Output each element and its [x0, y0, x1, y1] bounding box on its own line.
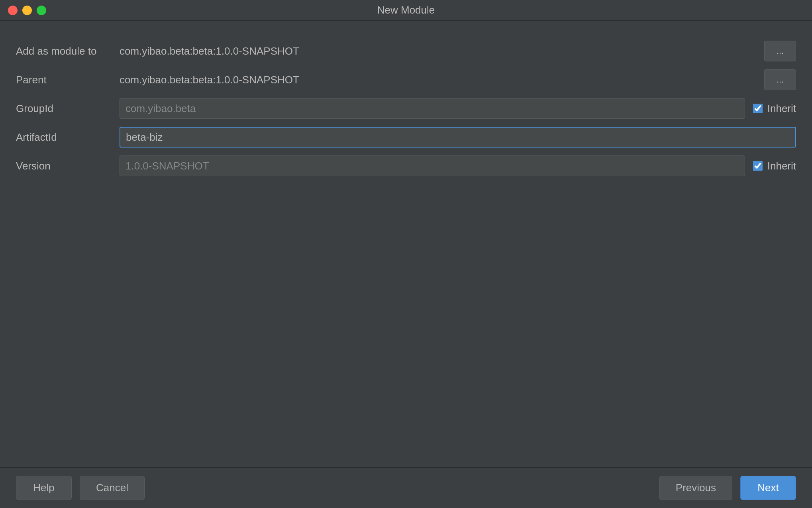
help-button[interactable]: Help	[16, 476, 72, 500]
close-button[interactable]	[8, 6, 18, 15]
next-button[interactable]: Next	[740, 476, 796, 500]
parent-row: Parent com.yibao.beta:beta:1.0.0-SNAPSHO…	[16, 65, 796, 94]
parent-label: Parent	[16, 74, 120, 86]
group-id-inherit-group: Inherit	[753, 102, 796, 115]
artifact-id-row: ArtifactId	[16, 123, 796, 152]
version-inherit-group: Inherit	[753, 160, 796, 172]
footer-left: Help Cancel	[16, 476, 145, 500]
group-id-label: GroupId	[16, 102, 120, 115]
add-as-module-row: Add as module to com.yibao.beta:beta:1.0…	[16, 37, 796, 65]
group-id-row: GroupId Inherit	[16, 94, 796, 123]
artifact-id-input[interactable]	[120, 127, 796, 148]
window-controls	[8, 6, 46, 15]
group-id-inherit-label: Inherit	[767, 102, 796, 115]
artifact-id-label: ArtifactId	[16, 131, 120, 144]
add-as-module-btn[interactable]: ...	[764, 41, 796, 61]
version-inherit-checkbox[interactable]	[753, 161, 763, 171]
group-id-input[interactable]	[120, 98, 745, 119]
version-input[interactable]	[120, 156, 745, 176]
add-as-module-value: com.yibao.beta:beta:1.0.0-SNAPSHOT	[120, 45, 756, 57]
content-area: Add as module to com.yibao.beta:beta:1.0…	[0, 21, 812, 467]
group-id-inherit-checkbox[interactable]	[753, 104, 763, 113]
title-bar: New Module	[0, 0, 812, 21]
version-row: Version Inherit	[16, 152, 796, 180]
previous-button[interactable]: Previous	[659, 476, 732, 500]
parent-value: com.yibao.beta:beta:1.0.0-SNAPSHOT	[120, 74, 756, 86]
cancel-button[interactable]: Cancel	[80, 476, 145, 500]
version-label: Version	[16, 160, 120, 172]
minimize-button[interactable]	[22, 6, 32, 15]
parent-btn[interactable]: ...	[764, 69, 796, 90]
footer: Help Cancel Previous Next	[0, 467, 812, 508]
maximize-button[interactable]	[37, 6, 46, 15]
window-title: New Module	[377, 4, 435, 16]
add-as-module-label: Add as module to	[16, 45, 120, 57]
footer-right: Previous Next	[659, 476, 796, 500]
version-inherit-label: Inherit	[767, 160, 796, 172]
